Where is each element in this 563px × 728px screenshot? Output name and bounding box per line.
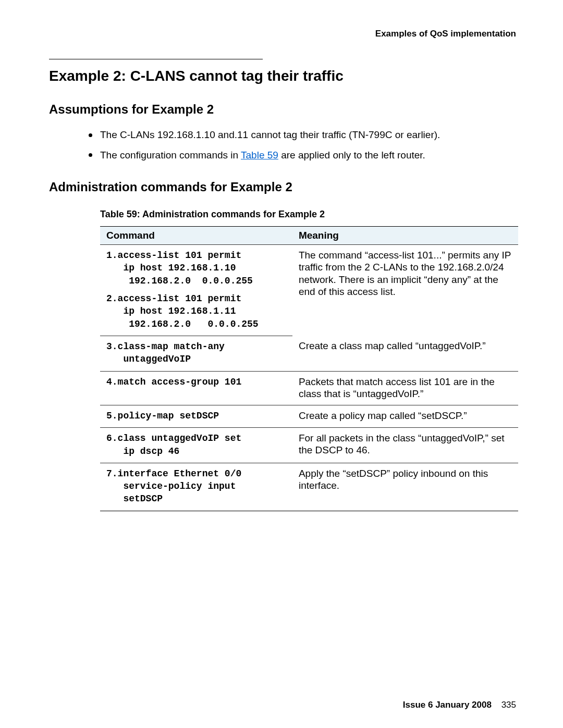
th-command: Command — [100, 227, 292, 245]
cell-command: 1.access-list 101 permit ip host 192.168… — [100, 245, 292, 288]
page-footer: Issue 6 January 2008 335 — [403, 700, 516, 710]
cell-meaning: Packets that match access list 101 are i… — [292, 371, 518, 405]
admin-heading: Administration commands for Example 2 — [49, 180, 516, 194]
cell-meaning: For all packets in the class “untaggedVo… — [292, 428, 518, 463]
commands-table: Command Meaning 1.access-list 101 permit… — [100, 226, 518, 511]
command-text: 2.access-list 101 permit ip host 192.168… — [106, 292, 287, 330]
command-text: 6.class untaggedVoIP set ip dscp 46 — [106, 432, 287, 458]
footer-issue: Issue 6 January 2008 — [403, 700, 492, 710]
cell-meaning: Create a policy map called “setDSCP.” — [292, 405, 518, 427]
assumptions-list: The C-LANs 192.168.1.10 and.11 cannot ta… — [49, 128, 516, 162]
bullet-text-pre: The configuration commands in — [100, 150, 241, 161]
command-text: 4.match access-group 101 — [106, 376, 287, 388]
list-item: The configuration commands in Table 59 a… — [92, 149, 516, 163]
cell-command: 3.class-map match-any untaggedVoIP — [100, 336, 292, 371]
table-row: 3.class-map match-any untaggedVoIP Creat… — [100, 336, 518, 371]
command-text: 3.class-map match-any untaggedVoIP — [106, 340, 287, 366]
table-link[interactable]: Table 59 — [241, 150, 278, 161]
bullet-text: The C-LANs 192.168.1.10 and.11 cannot ta… — [100, 129, 440, 140]
command-text: 7.interface Ethernet 0/0 service-policy … — [106, 467, 287, 505]
command-text: 1.access-list 101 permit ip host 192.168… — [106, 249, 287, 287]
command-text: 5.policy-map setDSCP — [106, 410, 287, 422]
th-meaning: Meaning — [292, 227, 518, 245]
table-row: 5.policy-map setDSCP Create a policy map… — [100, 405, 518, 427]
running-head: Examples of QoS implementation — [49, 29, 516, 39]
table-row: 7.interface Ethernet 0/0 service-policy … — [100, 463, 518, 511]
cell-meaning: Create a class map called “untaggedVoIP.… — [292, 336, 518, 371]
footer-page-number: 335 — [501, 700, 516, 710]
cell-command: 7.interface Ethernet 0/0 service-policy … — [100, 463, 292, 511]
table-caption: Table 59: Administration commands for Ex… — [100, 209, 518, 220]
cell-command: 6.class untaggedVoIP set ip dscp 46 — [100, 428, 292, 463]
cell-command: 5.policy-map setDSCP — [100, 405, 292, 427]
table-row: 1.access-list 101 permit ip host 192.168… — [100, 245, 518, 288]
table-wrap: Table 59: Administration commands for Ex… — [100, 209, 518, 511]
page-title: Example 2: C-LANS cannot tag their traff… — [49, 68, 516, 84]
cell-meaning: The command “access-list 101...” permits… — [292, 245, 518, 336]
section-rule — [49, 59, 263, 59]
cell-meaning: Apply the “setDSCP” policy inbound on th… — [292, 463, 518, 511]
list-item: The C-LANs 192.168.1.10 and.11 cannot ta… — [92, 128, 516, 142]
cell-command: 2.access-list 101 permit ip host 192.168… — [100, 288, 292, 336]
table-row: 4.match access-group 101 Packets that ma… — [100, 371, 518, 405]
page: Examples of QoS implementation Example 2… — [0, 0, 563, 728]
bullet-text-post: are applied only to the left router. — [278, 150, 425, 161]
table-row: 6.class untaggedVoIP set ip dscp 46 For … — [100, 428, 518, 463]
assumptions-heading: Assumptions for Example 2 — [49, 102, 516, 117]
table-header-row: Command Meaning — [100, 227, 518, 245]
cell-command: 4.match access-group 101 — [100, 371, 292, 405]
